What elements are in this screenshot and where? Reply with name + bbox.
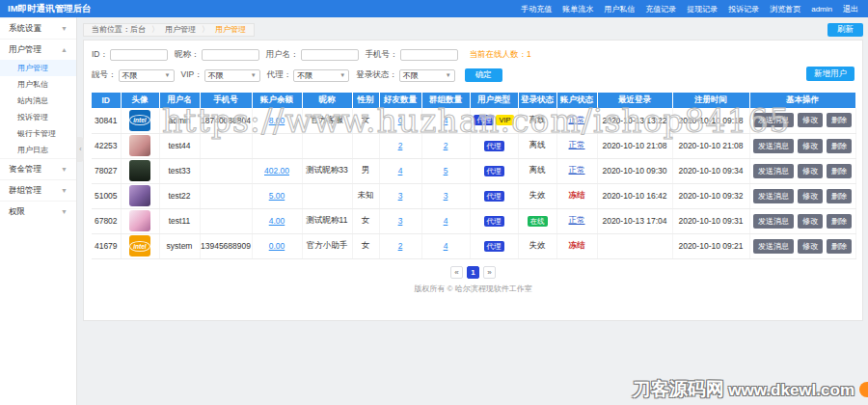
topnav-item[interactable]: 提现记录 [687, 4, 718, 14]
breadcrumb-item[interactable]: 用户管理 [165, 24, 196, 35]
friends-count-link[interactable]: 0 [398, 116, 403, 125]
friends-count-link[interactable]: 4 [398, 166, 403, 176]
login-status-select[interactable]: 不限▼ [399, 69, 455, 82]
sidebar-section-label: 权限 [9, 206, 25, 218]
sidebar-item[interactable]: 用户日志 [0, 142, 76, 158]
edit-button[interactable]: 修改 [798, 164, 823, 178]
user-photo-avatar[interactable] [129, 210, 150, 231]
balance-cell: 4.00 [252, 208, 302, 233]
reg-time-cell: 2020-10-10 09:34 [672, 158, 749, 183]
username-filter-input[interactable] [301, 49, 359, 61]
delete-button[interactable]: 删除 [827, 139, 852, 153]
topnav-item[interactable]: 手动充值 [521, 4, 552, 14]
delete-button[interactable]: 删除 [827, 113, 852, 127]
groups-count-link[interactable]: 2 [444, 141, 448, 150]
username-cell: test22 [159, 183, 200, 208]
user-photo-avatar[interactable] [129, 135, 150, 156]
account-status-link[interactable]: 正常 [569, 115, 585, 124]
prev-page-button[interactable]: « [450, 266, 463, 279]
topnav-item[interactable]: 充值记录 [645, 4, 676, 14]
groups-count-link[interactable]: 4 [444, 116, 448, 125]
groups-count-link[interactable]: 4 [444, 241, 448, 251]
user-photo-avatar[interactable] [129, 185, 150, 206]
add-user-button[interactable]: 新增用户 [806, 67, 854, 81]
sidebar-section-label: 群组管理 [9, 185, 41, 197]
nickname-cell: 官方小助手 [302, 233, 352, 258]
actions-cell: 发送消息修改删除 [749, 133, 855, 158]
nickname-filter-input[interactable] [202, 49, 259, 61]
send-message-button[interactable]: 发送消息 [753, 164, 794, 178]
friends-cell: 4 [379, 158, 421, 183]
balance-link[interactable]: 402.00 [264, 166, 289, 176]
fancy-number-select[interactable]: 不限▼ [119, 69, 175, 82]
sidebar-section[interactable]: 群组管理▼ [0, 179, 76, 201]
sidebar-item[interactable]: 用户管理 [0, 60, 76, 76]
vip-select[interactable]: 不限▼ [204, 69, 260, 82]
confirm-button[interactable]: 确定 [465, 68, 502, 82]
user-photo-avatar[interactable] [129, 160, 150, 181]
topnav-item[interactable]: 退出 [843, 4, 858, 14]
account-status-link[interactable]: 正常 [569, 215, 585, 225]
account-status-link[interactable]: 正常 [569, 140, 585, 149]
groups-count-link[interactable]: 5 [444, 166, 448, 176]
user-type-badge: VIP [496, 115, 513, 125]
sidebar-item[interactable]: 投诉管理 [0, 109, 76, 125]
topnav-item[interactable]: 浏览首页 [770, 4, 800, 14]
send-message-button[interactable]: 发送消息 [753, 214, 794, 229]
intel-logo-avatar[interactable]: intel [129, 110, 150, 131]
balance-link[interactable]: 0.00 [269, 241, 285, 251]
delete-button[interactable]: 删除 [827, 164, 852, 178]
next-page-button[interactable]: » [483, 266, 496, 279]
gender-cell: 未知 [352, 183, 379, 208]
delete-button[interactable]: 删除 [827, 189, 852, 203]
id-filter-input[interactable] [110, 49, 168, 61]
column-header: ID [92, 93, 121, 108]
edit-button[interactable]: 修改 [798, 239, 823, 254]
sidebar-item[interactable]: 用户私信 [0, 76, 76, 93]
delete-button[interactable]: 删除 [827, 239, 852, 254]
topnav-item[interactable]: admin [811, 5, 832, 14]
sidebar-item[interactable]: 银行卡管理 [0, 125, 76, 142]
sidebar-item[interactable]: 站内消息 [0, 93, 76, 109]
agent-select[interactable]: 不限▼ [293, 69, 349, 82]
friends-count-link[interactable]: 3 [398, 216, 403, 226]
account-status-link[interactable]: 正常 [569, 165, 585, 175]
topnav-item[interactable]: 账单流水 [562, 4, 593, 14]
balance-link[interactable]: 5.00 [269, 191, 285, 201]
topnav-item[interactable]: 用户私信 [604, 4, 635, 14]
last-login-cell [597, 233, 672, 258]
groups-count-link[interactable]: 4 [444, 216, 448, 226]
friends-count-link[interactable]: 3 [398, 191, 403, 201]
user-row: 78027test33402.00测试昵称33男45代理离线正常2020-10-… [92, 158, 855, 183]
floating-ball-icon[interactable] [859, 382, 868, 397]
sidebar-section[interactable]: 权限▼ [0, 201, 76, 222]
edit-button[interactable]: 修改 [798, 139, 823, 153]
send-message-button[interactable]: 发送消息 [753, 239, 794, 254]
send-message-button[interactable]: 发送消息 [753, 189, 794, 203]
avatar-cell: intel [121, 108, 159, 133]
sidebar-collapse-handle[interactable]: ‹ [77, 137, 84, 162]
send-message-button[interactable]: 发送消息 [753, 113, 794, 127]
send-message-button[interactable]: 发送消息 [753, 139, 794, 153]
balance-link[interactable]: 8.00 [269, 116, 285, 125]
balance-link[interactable]: 4.00 [269, 216, 285, 226]
delete-button[interactable]: 删除 [827, 214, 852, 229]
intel-logo-avatar[interactable]: intel [129, 235, 150, 256]
sidebar-section[interactable]: 用户管理▲ [0, 39, 76, 60]
breadcrumb: 当前位置：后台 〉 用户管理 〉 用户管理 [83, 23, 255, 37]
friends-count-link[interactable]: 2 [398, 241, 403, 251]
refresh-button[interactable]: 刷新 [827, 23, 863, 37]
groups-count-link[interactable]: 3 [444, 191, 448, 201]
edit-button[interactable]: 修改 [798, 214, 823, 229]
topnav-item[interactable]: 投诉记录 [728, 4, 759, 14]
page-button[interactable]: 1 [467, 266, 479, 279]
phone-cell [200, 158, 252, 183]
phone-filter-input[interactable] [400, 49, 458, 61]
account-status-cell: 正常 [556, 133, 597, 158]
sidebar-section[interactable]: 系统设置▼ [0, 17, 76, 39]
friends-count-link[interactable]: 2 [398, 141, 403, 150]
edit-button[interactable]: 修改 [798, 113, 823, 127]
gender-cell: 女 [352, 208, 379, 233]
edit-button[interactable]: 修改 [798, 189, 823, 203]
sidebar-section[interactable]: 资金管理▼ [0, 158, 76, 179]
